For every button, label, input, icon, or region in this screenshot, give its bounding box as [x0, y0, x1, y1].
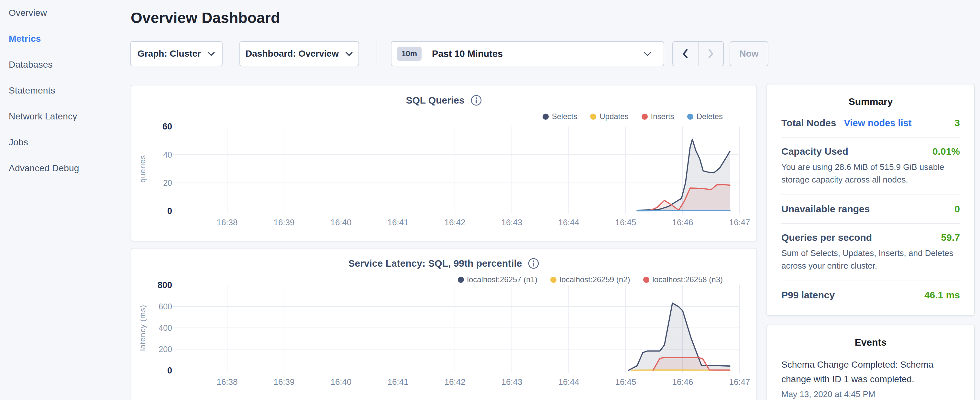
graph-dropdown-label: Graph: Cluster	[137, 49, 201, 59]
y-axis-tick-label: 600	[159, 302, 172, 311]
dashboard-dropdown-label: Dashboard: Overview	[245, 49, 339, 59]
time-range-selector[interactable]: 10m Past 10 Minutes	[391, 41, 664, 66]
service-latency-chart-card: Service Latency: SQL, 99th percentile lo…	[131, 248, 757, 400]
summary-row-p99-latency: P99 latency46.1 ms	[781, 281, 960, 309]
sidebar-item-statements[interactable]: Statements	[0, 78, 131, 104]
x-axis-tick-label: 16:46	[672, 217, 693, 227]
sidebar-item-databases[interactable]: Databases	[0, 52, 131, 78]
y-axis-tick-label: 0	[167, 366, 172, 375]
summary-row-label: P99 latency	[781, 290, 835, 301]
summary-row-description: Sum of Selects, Updates, Inserts, and De…	[781, 247, 960, 272]
x-axis-tick-label: 16:40	[330, 377, 352, 387]
y-axis-tick-label: 40	[163, 150, 172, 159]
y-axis-tick-label: 800	[158, 280, 172, 290]
x-axis-tick-label: 16:47	[729, 377, 750, 387]
x-axis-tick-label: 16:43	[501, 217, 522, 227]
x-axis-tick-label: 16:38	[216, 377, 237, 387]
summary-row-label: Total Nodes	[781, 118, 836, 129]
y-axis-tick-label: 200	[159, 345, 172, 354]
time-pager	[672, 41, 724, 66]
x-axis-tick-label: 16:44	[558, 217, 579, 227]
events-title: Events	[781, 337, 960, 348]
chevron-left-icon	[682, 49, 688, 59]
time-prev-button[interactable]	[673, 42, 698, 66]
y-axis-title: queries	[138, 155, 147, 183]
x-axis-tick-label: 16:45	[615, 377, 636, 387]
sidebar-item-overview[interactable]: Overview	[0, 0, 131, 26]
summary-row-value: 3	[955, 118, 960, 129]
summary-row-label: Unavailable ranges	[781, 204, 870, 215]
x-axis-tick-label: 16:46	[672, 377, 693, 387]
x-axis-tick-label: 16:41	[387, 217, 408, 227]
chevron-right-icon	[708, 49, 714, 59]
x-axis-tick-label: 16:42	[444, 217, 465, 227]
events-panel: Events Schema Change Completed: Schema c…	[767, 325, 975, 400]
summary-row-value: 0	[955, 204, 960, 215]
x-axis-tick-label: 16:38	[216, 217, 237, 227]
event-text: Schema Change Completed: Schema change w…	[781, 358, 960, 387]
series-line	[637, 210, 730, 211]
x-axis-tick-label: 16:41	[387, 377, 408, 387]
summary-row-label: Capacity Used	[781, 146, 848, 157]
time-range-badge: 10m	[397, 46, 422, 61]
y-axis-tick-label: 20	[163, 178, 172, 187]
toolbar-divider	[377, 42, 377, 65]
sidebar-item-network-latency[interactable]: Network Latency	[0, 104, 131, 129]
summary-row-value: 59.7	[941, 232, 960, 243]
summary-row-value: 0.01%	[932, 146, 960, 157]
y-axis-tick-label: 60	[162, 122, 172, 131]
x-axis-tick-label: 16:42	[444, 377, 465, 387]
x-axis-tick-label: 16:45	[615, 217, 636, 227]
sidebar-nav: OverviewMetricsDatabasesStatementsNetwor…	[0, 0, 131, 400]
view-nodes-list-link[interactable]: View nodes list	[844, 118, 912, 129]
summary-row-label: Queries per second	[781, 232, 872, 243]
event-timestamp: May 13, 2020 at 4:45 PM	[781, 389, 960, 399]
summary-rows: Total NodesView nodes list3Capacity Used…	[781, 109, 960, 309]
event-item[interactable]: Schema Change Completed: Schema change w…	[781, 358, 960, 399]
summary-row-total-nodes: Total NodesView nodes list3	[781, 109, 960, 137]
x-axis-tick-label: 16:39	[274, 217, 294, 227]
sidebar-item-advanced-debug[interactable]: Advanced Debug	[0, 155, 131, 181]
chevron-down-icon	[207, 51, 215, 56]
graph-dropdown[interactable]: Graph: Cluster	[130, 41, 223, 66]
x-axis-tick-label: 16:40	[330, 217, 352, 227]
sql-queries-plot-area[interactable]: 16:3816:3916:4016:4116:4216:4316:4416:45…	[131, 85, 758, 242]
summary-row-queries-per-second: Queries per second59.7Sum of Selects, Up…	[781, 224, 960, 281]
now-button[interactable]: Now	[730, 41, 768, 66]
sidebar-item-jobs[interactable]: Jobs	[0, 129, 131, 155]
summary-row-capacity-used: Capacity Used0.01%You are using 28.6 MiB…	[781, 137, 960, 195]
y-axis-title: latency (ms)	[138, 305, 147, 351]
dashboard-dropdown[interactable]: Dashboard: Overview	[239, 41, 359, 66]
service-latency-plot-area[interactable]: 16:3816:3916:4016:4116:4216:4316:4416:45…	[131, 249, 758, 400]
y-axis-tick-label: 0	[167, 206, 172, 216]
time-next-button[interactable]	[698, 42, 724, 66]
summary-title: Summary	[781, 96, 960, 107]
y-axis-tick-label: 400	[159, 323, 172, 332]
summary-row-value: 46.1 ms	[924, 290, 960, 301]
time-range-label: Past 10 Minutes	[432, 49, 503, 59]
chevron-down-icon	[643, 51, 652, 56]
x-axis-tick-label: 16:44	[558, 377, 579, 387]
sidebar-item-metrics[interactable]: Metrics	[0, 26, 131, 52]
x-axis-tick-label: 16:39	[274, 377, 294, 387]
summary-row-description: You are using 28.6 MiB of 515.9 GiB usab…	[781, 161, 960, 186]
page-title: Overview Dashboard	[131, 9, 280, 27]
summary-panel: Summary Total NodesView nodes list3Capac…	[767, 84, 975, 316]
chevron-down-icon	[345, 51, 353, 56]
summary-row-unavailable-ranges: Unavailable ranges0	[781, 195, 960, 224]
x-axis-tick-label: 16:47	[729, 217, 750, 227]
x-axis-tick-label: 16:43	[501, 377, 522, 387]
sql-queries-chart-card: SQL Queries SelectsUpdatesInsertsDeletes…	[131, 85, 757, 241]
